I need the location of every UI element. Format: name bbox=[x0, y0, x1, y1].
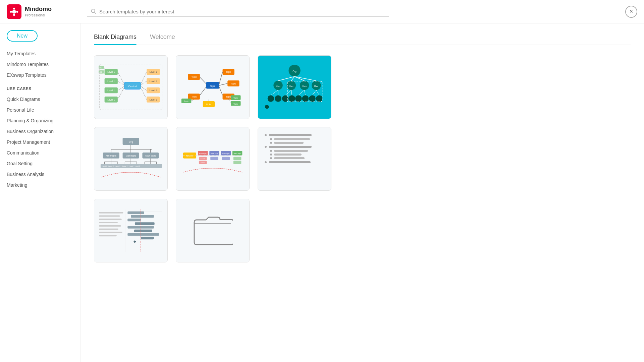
card-preview-tree: Org Main topic Main topic Main topic bbox=[94, 127, 167, 190]
template-card-tree-organigram[interactable]: Org Main topic Main topic Main topic bbox=[94, 127, 168, 191]
svg-text:Central: Central bbox=[128, 85, 137, 88]
svg-text:L2: L2 bbox=[100, 72, 102, 73]
svg-line-36 bbox=[141, 87, 147, 100]
sidebar-item-business-organization[interactable]: Business Organization bbox=[7, 126, 73, 137]
card-label-gantt-chart: Gantt Chart bbox=[94, 262, 167, 262]
outline-dot bbox=[265, 161, 267, 163]
svg-text:Level 2: Level 2 bbox=[129, 166, 134, 167]
svg-line-24 bbox=[118, 87, 124, 100]
outline-dot bbox=[270, 150, 272, 152]
svg-point-103 bbox=[265, 105, 269, 109]
main-layout: New My Templates Mindomo Templates EXswa… bbox=[0, 23, 644, 362]
svg-line-30 bbox=[141, 81, 147, 85]
card-preview-mindmap: Central Level 1 Level 1 Level 1 Level 1 bbox=[94, 56, 167, 119]
svg-text:Main topic: Main topic bbox=[106, 154, 117, 157]
svg-rect-163 bbox=[233, 157, 241, 160]
outline-line bbox=[269, 146, 312, 148]
header: Mindomo Professional × bbox=[0, 0, 644, 23]
close-button[interactable]: × bbox=[625, 6, 637, 18]
sidebar-item-goal-setting[interactable]: Goal Setting bbox=[7, 158, 73, 169]
svg-text:Level 2: Level 2 bbox=[102, 166, 107, 167]
svg-text:Main topic: Main topic bbox=[233, 153, 241, 154]
svg-line-101 bbox=[316, 90, 319, 96]
outline-line bbox=[274, 157, 305, 159]
card-label-timeline: Timeline bbox=[176, 190, 249, 191]
logo-name: Mindomo bbox=[25, 6, 52, 13]
sidebar-item-planning-organizing[interactable]: Planning & Organizing bbox=[7, 115, 73, 126]
template-card-gantt-chart[interactable]: Gantt Chart bbox=[94, 199, 168, 262]
svg-text:Note: Note bbox=[206, 103, 211, 106]
sidebar-item-project-management[interactable]: Project Management bbox=[7, 137, 73, 147]
logo-area: Mindomo Professional bbox=[7, 4, 87, 19]
svg-rect-185 bbox=[141, 237, 154, 239]
svg-text:Topic: Topic bbox=[233, 97, 238, 99]
svg-line-47 bbox=[219, 72, 223, 84]
svg-point-91 bbox=[302, 96, 309, 102]
sidebar-item-mindomo-templates[interactable]: Mindomo Templates bbox=[7, 59, 73, 70]
svg-line-15 bbox=[118, 72, 124, 84]
gantt-svg bbox=[98, 202, 164, 259]
outline-dot bbox=[270, 142, 272, 144]
sidebar-item-communication[interactable]: Communication bbox=[7, 147, 73, 158]
concept-svg: Topic Topic Topic Topic Topic bbox=[180, 59, 246, 115]
sidebar-item-marketing[interactable]: Marketing bbox=[7, 180, 73, 190]
template-card-organigram[interactable]: Org Main Main Main Main bbox=[258, 55, 331, 119]
card-label-outline: Outline bbox=[258, 190, 331, 191]
svg-rect-184 bbox=[127, 233, 159, 236]
template-card-blank-mind-map[interactable]: Central Level 1 Level 1 Level 1 Level 1 bbox=[94, 55, 168, 119]
svg-line-56 bbox=[200, 87, 206, 96]
sidebar-item-my-templates[interactable]: My Templates bbox=[7, 48, 73, 59]
sidebar-item-exswap-templates[interactable]: EXswap Templates bbox=[7, 70, 73, 80]
outline-dot bbox=[265, 146, 267, 148]
svg-text:Main: Main bbox=[276, 85, 280, 87]
new-button[interactable]: New bbox=[7, 30, 38, 42]
svg-point-88 bbox=[282, 96, 289, 102]
svg-point-89 bbox=[288, 96, 295, 102]
svg-point-9 bbox=[91, 9, 95, 13]
template-card-blank-concept-map[interactable]: Topic Topic Topic Topic Topic bbox=[176, 55, 250, 119]
sidebar-item-quick-diagrams[interactable]: Quick Diagrams bbox=[7, 94, 73, 105]
svg-text:Level 2: Level 2 bbox=[122, 166, 127, 167]
outline-line bbox=[274, 154, 302, 156]
card-preview-gantt bbox=[94, 199, 167, 262]
svg-point-86 bbox=[268, 96, 274, 102]
svg-text:Level 1: Level 1 bbox=[107, 71, 115, 73]
svg-line-98 bbox=[299, 90, 305, 96]
svg-line-50 bbox=[219, 83, 228, 85]
svg-rect-181 bbox=[135, 222, 155, 225]
svg-point-4 bbox=[10, 11, 12, 13]
tab-welcome[interactable]: Welcome bbox=[150, 30, 175, 45]
search-icon bbox=[91, 8, 97, 14]
svg-text:Main topic: Main topic bbox=[211, 153, 218, 154]
sidebar-item-business-analysis[interactable]: Business Analysis bbox=[7, 169, 73, 180]
svg-rect-162 bbox=[222, 157, 230, 160]
svg-text:Level 1: Level 1 bbox=[107, 89, 115, 92]
svg-text:L2: L2 bbox=[100, 67, 102, 69]
svg-text:Main: Main bbox=[302, 85, 307, 87]
outline-dot bbox=[270, 154, 272, 156]
template-card-outline[interactable]: Outline bbox=[258, 127, 331, 191]
template-card-timeline[interactable]: Timeline Main topic Main topic Main topi… bbox=[176, 127, 250, 191]
sidebar-item-personal-life[interactable]: Personal Life bbox=[7, 105, 73, 115]
mindmap-svg: Central Level 1 Level 1 Level 1 Level 1 bbox=[98, 59, 164, 115]
template-card-folder[interactable]: Folder bbox=[176, 199, 250, 262]
tree-svg: Org Main topic Main topic Main topic bbox=[98, 131, 164, 187]
svg-text:Topic: Topic bbox=[233, 103, 238, 105]
search-input[interactable] bbox=[99, 9, 386, 14]
tabs-bar: Blank Diagrams Welcome bbox=[94, 30, 631, 45]
card-preview-outline bbox=[258, 127, 331, 190]
logo-text: Mindomo Professional bbox=[25, 6, 52, 17]
svg-line-53 bbox=[219, 87, 223, 96]
svg-point-1 bbox=[13, 7, 15, 9]
svg-line-18 bbox=[118, 81, 124, 85]
svg-marker-186 bbox=[133, 240, 136, 243]
svg-rect-164 bbox=[233, 161, 241, 164]
card-label-folder: Folder bbox=[176, 262, 249, 262]
svg-line-10 bbox=[94, 12, 96, 14]
svg-text:Topic: Topic bbox=[191, 76, 197, 79]
svg-rect-183 bbox=[134, 229, 152, 232]
svg-rect-146 bbox=[154, 164, 162, 168]
card-label-tree-organigram: Tree organigram bbox=[94, 190, 167, 191]
organigram-svg: Org Main Main Main Main bbox=[262, 59, 327, 115]
tab-blank-diagrams[interactable]: Blank Diagrams bbox=[94, 30, 137, 45]
